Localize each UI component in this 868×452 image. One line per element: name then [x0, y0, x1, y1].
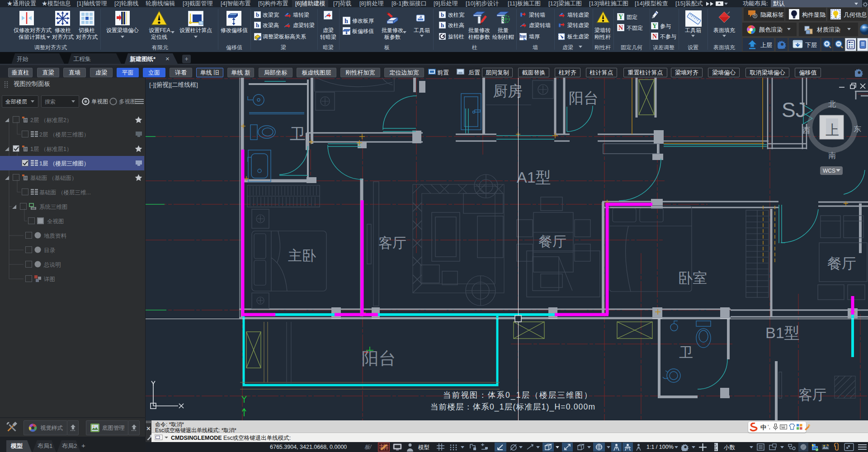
svg-text:阳台: 阳台 — [362, 349, 396, 368]
svg-text:餐厅: 餐厅 — [827, 255, 856, 272]
svg-text:客厅: 客厅 — [798, 387, 826, 403]
svg-text:WCS: WCS — [823, 168, 835, 174]
svg-text:N: N — [652, 33, 657, 40]
svg-text:B1型: B1型 — [765, 324, 800, 341]
svg-text:南: 南 — [828, 151, 836, 160]
svg-text:h: h — [441, 22, 444, 28]
svg-text:A1型: A1型 — [517, 169, 551, 186]
svg-text:hw: hw — [519, 34, 526, 39]
svg-text:Y: Y — [618, 14, 623, 20]
svg-text:西: 西 — [802, 126, 810, 135]
svg-text:当前视图：体系0_1层（楼层三维图）: 当前视图：体系0_1层（楼层三维图） — [443, 391, 593, 400]
svg-text:北: 北 — [828, 100, 836, 108]
svg-text:主卧: 主卧 — [288, 248, 316, 264]
svg-text:[-][俯视][二维线框]: [-][俯视][二维线框] — [149, 81, 198, 88]
svg-text:Y: Y — [652, 23, 657, 29]
svg-text:东: 东 — [854, 125, 861, 133]
svg-text:卧室: 卧室 — [678, 270, 707, 286]
svg-text:b: b — [256, 11, 259, 18]
svg-text:阳台: 阳台 — [569, 89, 599, 106]
svg-text:b: b — [441, 11, 444, 18]
svg-text:SJ: SJ — [782, 98, 806, 122]
svg-text:餐厅: 餐厅 — [538, 234, 566, 250]
svg-text:h: h — [256, 22, 259, 28]
svg-text:卫: 卫 — [290, 125, 306, 142]
svg-text:N: N — [618, 24, 623, 31]
svg-text:当前楼层：体系0_1层(标准层1)_H=0.000m: 当前楼层：体系0_1层(标准层1)_H=0.000m — [430, 402, 595, 412]
svg-text:客厅: 客厅 — [378, 235, 406, 251]
svg-text:-0: -0 — [419, 15, 422, 19]
svg-text:上: 上 — [826, 122, 839, 137]
svg-text:h: h — [344, 18, 348, 24]
svg-text:卫: 卫 — [679, 344, 693, 360]
